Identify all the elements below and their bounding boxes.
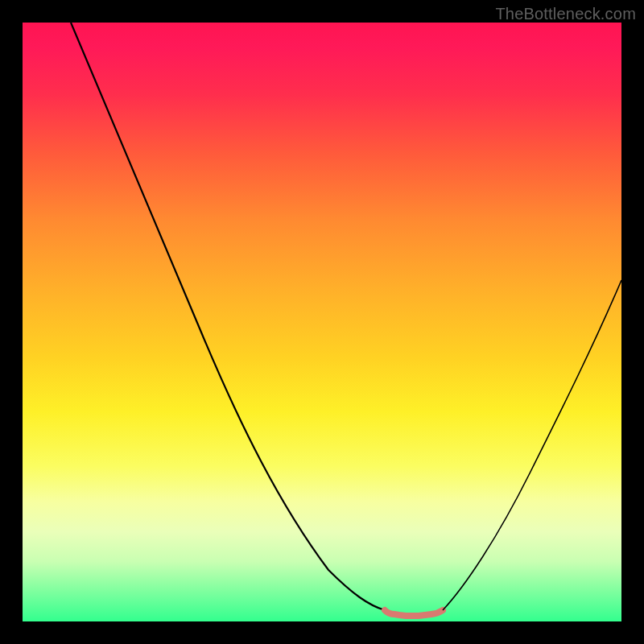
plot-area xyxy=(23,23,621,621)
curve-right-branch xyxy=(443,280,621,610)
curve-left-branch xyxy=(71,23,385,610)
chart-frame: TheBottleneck.com xyxy=(0,0,644,644)
watermark-text: TheBottleneck.com xyxy=(495,5,636,23)
bottleneck-curve xyxy=(23,23,621,621)
curve-flat-minimum xyxy=(385,610,443,616)
